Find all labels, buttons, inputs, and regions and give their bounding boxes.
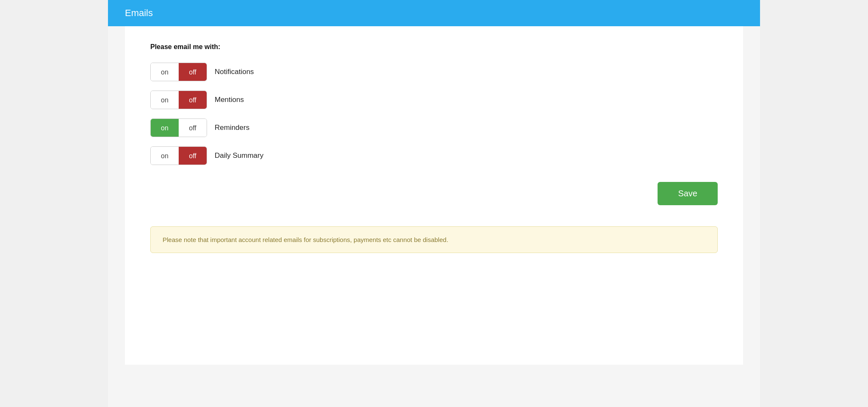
mentions-off-button[interactable]: off	[179, 91, 207, 109]
mentions-on-button[interactable]: on	[151, 91, 179, 109]
reminders-on-button[interactable]: on	[151, 119, 179, 137]
daily-summary-on-button[interactable]: on	[151, 147, 179, 165]
notifications-label: Notifications	[215, 68, 254, 76]
notifications-on-button[interactable]: on	[151, 63, 179, 81]
toggle-group-notifications: on off	[150, 63, 207, 81]
notice-text: Please note that important account relat…	[163, 236, 448, 243]
toggle-row-daily-summary: on off Daily Summary	[150, 146, 718, 165]
daily-summary-label: Daily Summary	[215, 151, 263, 160]
mentions-label: Mentions	[215, 96, 244, 104]
toggle-row-reminders: on off Reminders	[150, 118, 718, 137]
save-button[interactable]: Save	[658, 182, 718, 205]
reminders-off-button[interactable]: off	[179, 119, 207, 137]
save-row: Save	[150, 182, 718, 205]
toggle-row-mentions: on off Mentions	[150, 91, 718, 109]
page-title: Emails	[125, 8, 153, 18]
notice-box: Please note that important account relat…	[150, 226, 718, 253]
section-label: Please email me with:	[150, 43, 718, 51]
toggle-row-notifications: on off Notifications	[150, 63, 718, 81]
daily-summary-off-button[interactable]: off	[179, 147, 207, 165]
reminders-label: Reminders	[215, 124, 249, 132]
notifications-off-button[interactable]: off	[179, 63, 207, 81]
toggle-group-daily-summary: on off	[150, 146, 207, 165]
toggle-group-reminders: on off	[150, 118, 207, 137]
toggle-group-mentions: on off	[150, 91, 207, 109]
